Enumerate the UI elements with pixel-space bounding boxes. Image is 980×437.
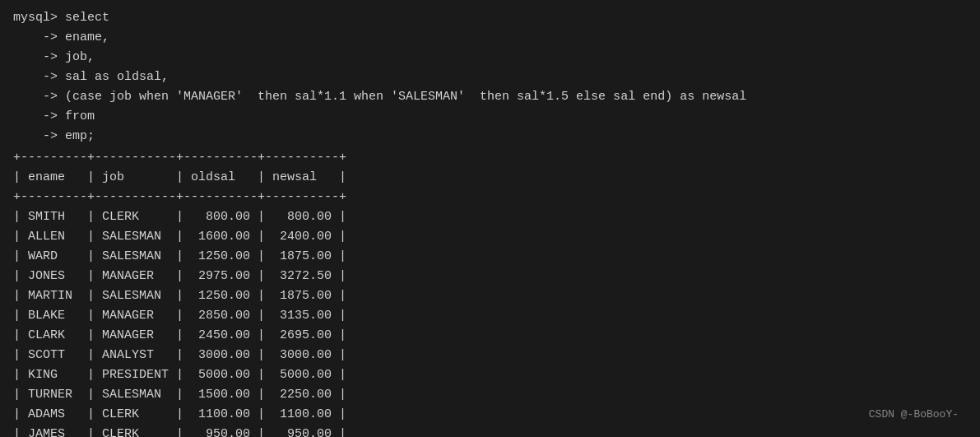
separator-header: +---------+-----------+----------+------… bbox=[13, 188, 967, 207]
query-text-4: sal as oldsal, bbox=[65, 67, 169, 87]
query-line-1: mysql> select bbox=[13, 8, 967, 28]
table-row: | SMITH | CLERK | 800.00 | 800.00 | bbox=[13, 207, 967, 227]
arrow-6: -> bbox=[13, 107, 65, 127]
table-row: | CLARK | MANAGER | 2450.00 | 2695.00 | bbox=[13, 326, 967, 346]
terminal: mysql> select -> ename, -> job, -> sal a… bbox=[13, 8, 967, 429]
table-row: | KING | PRESIDENT | 5000.00 | 5000.00 | bbox=[13, 365, 967, 385]
query-text-1: select bbox=[65, 8, 109, 28]
arrow-4: -> bbox=[13, 67, 65, 87]
results-table: +---------+-----------+----------+------… bbox=[13, 148, 967, 437]
query-line-7: -> emp; bbox=[13, 127, 967, 146]
query-line-4: -> sal as oldsal, bbox=[13, 67, 967, 87]
table-row: | WARD | SALESMAN | 1250.00 | 1875.00 | bbox=[13, 247, 967, 267]
arrow-2: -> bbox=[13, 28, 65, 48]
table-rows: | SMITH | CLERK | 800.00 | 800.00 || ALL… bbox=[13, 207, 967, 437]
query-line-2: -> ename, bbox=[13, 28, 967, 48]
table-header: | ename | job | oldsal | newsal | bbox=[13, 168, 967, 188]
mysql-prompt: mysql> bbox=[13, 8, 65, 28]
query-line-5: -> (case job when 'MANAGER' then sal*1.1… bbox=[13, 87, 967, 107]
table-row: | TURNER | SALESMAN | 1500.00 | 2250.00 … bbox=[13, 385, 967, 405]
table-row: | JAMES | CLERK | 950.00 | 950.00 | bbox=[13, 425, 967, 437]
separator-top: +---------+-----------+----------+------… bbox=[13, 148, 967, 168]
table-row: | BLAKE | MANAGER | 2850.00 | 3135.00 | bbox=[13, 306, 967, 326]
arrow-7: -> bbox=[13, 127, 65, 146]
watermark: CSDN @-BoBooY- bbox=[869, 408, 959, 421]
table-row: | ADAMS | CLERK | 1100.00 | 1100.00 | bbox=[13, 405, 967, 425]
query-text-5: (case job when 'MANAGER' then sal*1.1 wh… bbox=[65, 87, 746, 107]
query-text-6: from bbox=[65, 107, 95, 127]
table-row: | MARTIN | SALESMAN | 1250.00 | 1875.00 … bbox=[13, 286, 967, 306]
table-row: | SCOTT | ANALYST | 3000.00 | 3000.00 | bbox=[13, 346, 967, 365]
arrow-3: -> bbox=[13, 48, 65, 67]
query-line-6: -> from bbox=[13, 107, 967, 127]
query-text-3: job, bbox=[65, 48, 95, 67]
query-line-3: -> job, bbox=[13, 48, 967, 67]
query-text-7: emp; bbox=[65, 127, 95, 146]
arrow-5: -> bbox=[13, 87, 65, 107]
table-row: | JONES | MANAGER | 2975.00 | 3272.50 | bbox=[13, 267, 967, 286]
table-row: | ALLEN | SALESMAN | 1600.00 | 2400.00 | bbox=[13, 227, 967, 247]
query-text-2: ename, bbox=[65, 28, 109, 48]
